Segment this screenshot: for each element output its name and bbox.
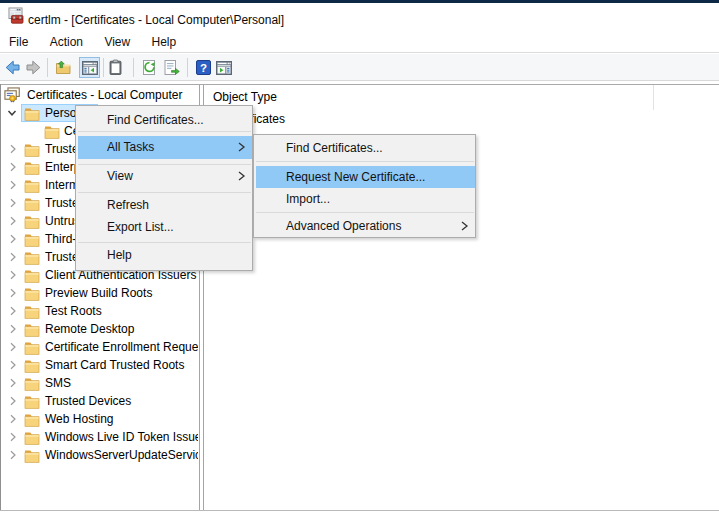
folder-icon [24, 394, 40, 410]
folder-icon [24, 160, 40, 176]
toolbar-separator [133, 58, 134, 77]
chevron-right-icon[interactable] [8, 162, 18, 172]
menubar-item-help[interactable]: Help [143, 31, 186, 53]
refresh-button[interactable] [141, 59, 158, 76]
tree-root-certificates-local-computer[interactable]: Certificates - Local Computer [1, 86, 198, 104]
chevron-right-icon[interactable] [8, 324, 18, 334]
chevron-right-icon[interactable] [8, 378, 18, 388]
show-action-pane-button[interactable] [216, 61, 232, 75]
folder-icon [24, 322, 40, 338]
folder-icon [24, 178, 40, 194]
folder-icon [24, 430, 40, 446]
menubar-item-file[interactable]: File [0, 31, 37, 53]
tree-item-windows-live-id-token-issuer[interactable]: Windows Live ID Token Issuer [1, 428, 198, 446]
submenu-item-advanced-operations[interactable]: Advanced Operations [286, 218, 401, 234]
folder-icon [24, 286, 40, 302]
chevron-right-icon[interactable] [8, 360, 18, 370]
tree-root-label: Certificates - Local Computer [27, 88, 182, 102]
tree-item-label: Remote Desktop [45, 322, 134, 336]
tree-item-label: Certificate Enrollment Requests [45, 340, 198, 354]
show-console-tree-button[interactable] [82, 61, 98, 75]
menu-separator [256, 212, 474, 213]
folder-icon [24, 412, 40, 428]
folder-icon [24, 376, 40, 392]
menu-item-all-tasks[interactable]: All Tasks [107, 139, 154, 155]
menu-separator [256, 161, 474, 162]
window-title: certlm - [Certificates - Local Computer\… [28, 12, 284, 28]
column-divider[interactable] [653, 85, 654, 110]
menu-highlight [78, 136, 252, 159]
chevron-right-icon[interactable] [8, 396, 18, 406]
folder-icon [24, 214, 40, 230]
chevron-right-icon[interactable] [8, 198, 18, 208]
mmc-window: certlm - [Certificates - Local Computer\… [0, 0, 719, 513]
tree-item-web-hosting[interactable]: Web Hosting [1, 410, 198, 428]
folder-icon [24, 106, 40, 122]
menu-item-find-certificates[interactable]: Find Certificates... [107, 112, 204, 128]
titlebar: certlm - [Certificates - Local Computer\… [0, 3, 719, 30]
folder-icon [24, 232, 40, 248]
folder-icon [24, 250, 40, 266]
chevron-right-icon[interactable] [8, 288, 18, 298]
tree-item-label: Trusted Devices [45, 394, 131, 408]
chevron-right-icon[interactable] [8, 270, 18, 280]
chevron-right-icon[interactable] [8, 216, 18, 226]
submenu-item-import[interactable]: Import... [286, 191, 330, 207]
submenu-item-request-new-certificate[interactable]: Request New Certificate... [286, 169, 425, 185]
toolbar-separator [187, 58, 188, 77]
menu-item-help[interactable]: Help [107, 247, 132, 263]
chevron-right-icon[interactable] [8, 234, 18, 244]
folder-icon [44, 124, 60, 140]
tree-item-label: Smart Card Trusted Roots [45, 358, 184, 372]
app-icon [8, 7, 24, 25]
menu-item-view[interactable]: View [107, 168, 133, 184]
submenu-arrow-icon [236, 170, 246, 182]
toolbar: ? [0, 54, 719, 81]
toolbar-separator [47, 58, 48, 77]
menu-item-refresh[interactable]: Refresh [107, 197, 149, 213]
tree-item-label: Web Hosting [45, 412, 113, 426]
chevron-right-icon[interactable] [8, 180, 18, 190]
folder-icon [24, 142, 40, 158]
chevron-right-icon[interactable] [8, 342, 18, 352]
chevron-right-icon[interactable] [8, 144, 18, 154]
tree-item-preview-build-roots[interactable]: Preview Build Roots [1, 284, 198, 302]
certificates-snapin-icon [4, 87, 20, 103]
tree-item-windowsserverupdateservices[interactable]: WindowsServerUpdateServices [1, 446, 198, 464]
tree-item-test-roots[interactable]: Test Roots [1, 302, 198, 320]
menubar-item-action[interactable]: Action [41, 31, 92, 53]
up-one-level-button[interactable] [55, 59, 72, 76]
menu-separator [78, 131, 251, 132]
menubar-item-view[interactable]: View [95, 31, 139, 53]
chevron-right-icon[interactable] [8, 306, 18, 316]
column-header-object-type[interactable]: Object Type [213, 89, 277, 105]
chevron-right-icon[interactable] [8, 414, 18, 424]
folder-icon [24, 196, 40, 212]
menu-item-export-list[interactable]: Export List... [107, 219, 174, 235]
tree-item-remote-desktop[interactable]: Remote Desktop [1, 320, 198, 338]
chevron-right-icon[interactable] [8, 252, 18, 262]
menu-separator [78, 164, 251, 165]
tree-item-label: Windows Live ID Token Issuer [45, 430, 198, 444]
export-list-button[interactable] [163, 59, 180, 76]
content-bottom-border [0, 510, 719, 511]
submenu-item-find-certificates[interactable]: Find Certificates... [286, 140, 383, 156]
folder-icon [24, 448, 40, 464]
tree-item-label: Test Roots [45, 304, 102, 318]
chevron-right-icon[interactable] [8, 450, 18, 460]
menu-separator [78, 192, 251, 193]
help-button[interactable]: ? [195, 59, 212, 76]
chevron-right-icon[interactable] [8, 432, 18, 442]
menubar: File Action View Help [0, 30, 719, 53]
back-button[interactable] [4, 59, 21, 76]
tree-item-sms[interactable]: SMS [1, 374, 198, 392]
properties-button[interactable] [107, 59, 124, 76]
submenu-arrow-icon [459, 220, 469, 232]
tree-item-certificate-enrollment-requests[interactable]: Certificate Enrollment Requests [1, 338, 198, 356]
tree-item-label: SMS [45, 376, 71, 390]
tree-item-trusted-devices[interactable]: Trusted Devices [1, 392, 198, 410]
tree-item-smart-card-trusted-roots[interactable]: Smart Card Trusted Roots [1, 356, 198, 374]
forward-button[interactable] [25, 59, 42, 76]
chevron-down-icon[interactable] [7, 108, 17, 118]
menu-separator [78, 242, 251, 243]
